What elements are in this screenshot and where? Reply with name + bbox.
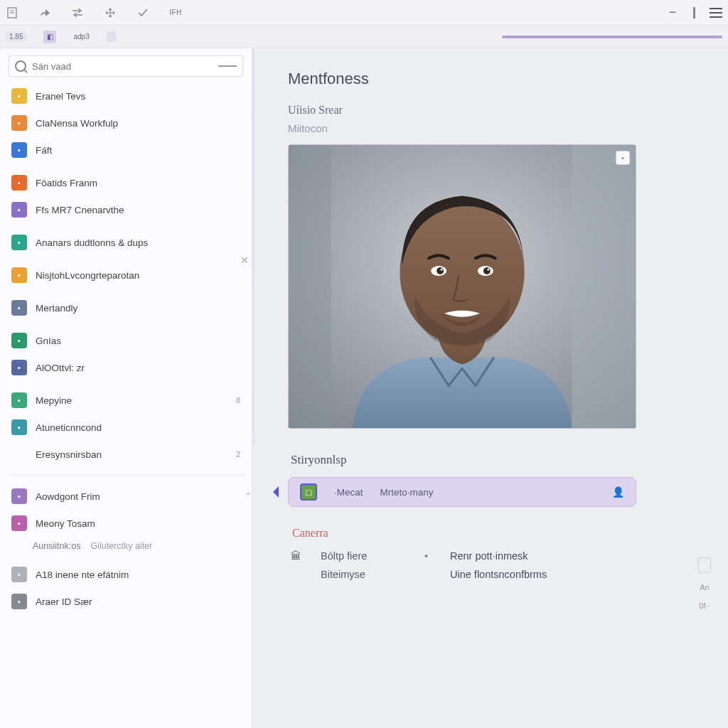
- float-box[interactable]: [698, 557, 711, 573]
- sidebar-item[interactable]: ▪Fáft: [7, 136, 245, 164]
- grid-val-2: Uine flontsnconfbrms: [450, 569, 700, 580]
- sidebar-item-icon: ▪: [11, 88, 27, 104]
- sidebar-item-icon: ▪: [11, 267, 27, 283]
- profile-name: Uíisio Srear: [288, 104, 700, 117]
- sidebar-item-badge: 2: [236, 450, 240, 459]
- sidebar-item-label: Meony Tosam: [36, 518, 95, 529]
- sidebar-item-label: Fáft: [36, 145, 52, 156]
- ribbon-chip[interactable]: 1.85: [6, 31, 26, 42]
- right-float-controls: An 0f··: [698, 557, 711, 610]
- sidebar-item-label: Mepyine: [36, 395, 72, 406]
- profile-role: Miitocon: [288, 122, 700, 134]
- sidebar-item-label: Gnías: [36, 336, 61, 346]
- title-toolbar: IFH −: [0, 0, 728, 26]
- sidebar-item-icon: ▪: [11, 392, 27, 408]
- sidebar-item-icon: ▪: [11, 360, 27, 375]
- sidebar-item-label: AlOOttvl: zr: [36, 363, 85, 373]
- ribbon-chip-2[interactable]: [107, 31, 116, 42]
- sidebar-item[interactable]: ▪Ananars dudtlonns & dups: [7, 229, 245, 256]
- svg-point-11: [483, 267, 491, 274]
- sidebar-item[interactable]: ▪Föatids Franm: [7, 169, 245, 196]
- sidebar-item[interactable]: ▪Atuneticnncond: [7, 414, 245, 441]
- sidebar-sub-item[interactable]: Aunsiitnk:osGiluterctky aiter: [7, 537, 245, 555]
- doc-icon[interactable]: [6, 6, 18, 19]
- sidebar-item-icon: ▪: [11, 567, 27, 582]
- grid-dot-1: •: [424, 550, 439, 562]
- ribbon-bar: 1.85 ◧ adp3: [0, 26, 728, 48]
- image-options-button[interactable]: •: [616, 151, 630, 165]
- sidebar-item[interactable]: ▪NisjtohLvcongrteparotan: [7, 262, 245, 289]
- content-pane: Mentfoness Uíisio Srear Miitocon •: [252, 48, 728, 728]
- share-icon[interactable]: [38, 6, 51, 19]
- search-clear-icon[interactable]: [218, 65, 237, 67]
- sub-label-b: Giluterctky aiter: [90, 541, 152, 551]
- sidebar-item[interactable]: Eresynsnirsban2: [7, 441, 245, 468]
- sub-label-a: Aunsiitnk:os: [33, 541, 80, 551]
- sidebar-item-label: Eresynsnirsban: [36, 449, 102, 460]
- float-label-a: An: [700, 583, 709, 592]
- grid-icon-1: 🏛: [289, 550, 302, 562]
- ribbon-accent-bar: [502, 36, 722, 38]
- sidebar-item-icon: ▪: [11, 235, 27, 250]
- sidebar-item[interactable]: ▪ClaNensa Workfulp: [7, 109, 245, 136]
- sidebar-item-icon: ▪: [11, 115, 27, 131]
- sidebar-item-icon: ▪: [11, 419, 27, 435]
- sidebar-item[interactable]: ▪Meony Tosam: [7, 510, 245, 537]
- sidebar-item-icon: ▪: [11, 488, 27, 504]
- profile-image: •: [288, 144, 636, 429]
- sidebar-item-label: Föatids Franm: [36, 178, 97, 188]
- search-box[interactable]: [9, 55, 243, 77]
- menu-icon[interactable]: [710, 8, 722, 18]
- sidebar-item-label: ClaNensa Workfulp: [36, 118, 118, 129]
- grid-key-2: Biteimyse: [321, 569, 413, 580]
- sidebar-item-label: A18 inene nte efátnim: [36, 569, 129, 580]
- svg-rect-5: [289, 145, 331, 428]
- sidebar-item-icon: [11, 446, 27, 462]
- camera-heading: Canerra: [292, 527, 700, 540]
- info-grid: 🏛 Bóltp fiere • Renr pott·inmesk Biteimy…: [289, 550, 700, 581]
- grid-val-1: Renr pott·inmesk: [450, 550, 700, 562]
- sidebar-item[interactable]: ▪A18 inene nte efátnim: [7, 561, 245, 588]
- sidebar-item-label: Araer ID Sær: [36, 596, 92, 607]
- content-tab-indicator: [252, 48, 255, 446]
- move-icon[interactable]: [104, 6, 117, 19]
- sidebar-item[interactable]: ▪Araer ID Sær: [7, 588, 245, 615]
- sidebar-item-icon: ▪: [11, 300, 27, 316]
- sidebar-item-icon: ▪: [11, 202, 27, 218]
- action-bar-label-a: ·Mecat: [334, 487, 363, 498]
- check-icon[interactable]: [136, 6, 149, 19]
- search-input[interactable]: [32, 61, 214, 72]
- action-bar-icon: ▢: [300, 483, 317, 500]
- sidebar-item[interactable]: ▪Mepyine8: [7, 387, 245, 414]
- float-label-b: 0f··: [699, 601, 710, 610]
- code-indicator: IFH: [169, 6, 182, 19]
- sidebar-item-icon: ▪: [11, 515, 27, 531]
- action-bar-user-icon[interactable]: 👤: [612, 486, 624, 498]
- ribbon-people-icon[interactable]: ◧: [43, 31, 56, 43]
- section-heading: Stiryonnlsp: [291, 453, 700, 467]
- sidebar-item-label: Atuneticnncond: [36, 422, 102, 433]
- swap-icon[interactable]: [71, 6, 84, 19]
- grid-icon-2: [289, 568, 302, 581]
- sidebar-item[interactable]: ▪Eranel Tevs: [7, 82, 245, 109]
- sidebar-item-icon: ▪: [11, 594, 27, 609]
- sidebar-item-label: Ffs MR7 Cnenarvthe: [36, 205, 124, 215]
- sidebar-item-label: Mertandly: [36, 303, 77, 314]
- search-icon: [15, 60, 26, 72]
- page-title: Mentfoness: [288, 70, 700, 88]
- sidebar-item-label: Eranel Tevs: [36, 91, 85, 102]
- grid-key-1: Bóltp fiere: [321, 550, 413, 562]
- sidebar-item[interactable]: ▪Mertandly: [7, 294, 245, 321]
- sidebar-item[interactable]: ▪Aowdgont Frim⌃: [7, 483, 245, 510]
- sidebar-item[interactable]: ▪Ffs MR7 Cnenarvthe: [7, 196, 245, 223]
- minimize-icon[interactable]: −: [666, 6, 679, 19]
- svg-rect-4: [572, 145, 636, 428]
- maximize-icon[interactable]: [693, 7, 695, 18]
- sidebar-item-icon: ▪: [11, 333, 27, 348]
- action-bar-label-b: Mrteto·many: [380, 487, 434, 498]
- action-bar[interactable]: ▢ ·Mecat Mrteto·many 👤: [288, 477, 636, 507]
- ribbon-label: adp3: [73, 33, 89, 41]
- chevron-icon[interactable]: ⌃: [245, 491, 252, 501]
- sidebar-item[interactable]: ▪AlOOttvl: zr: [7, 354, 245, 381]
- sidebar-item[interactable]: ▪Gnías: [7, 327, 245, 354]
